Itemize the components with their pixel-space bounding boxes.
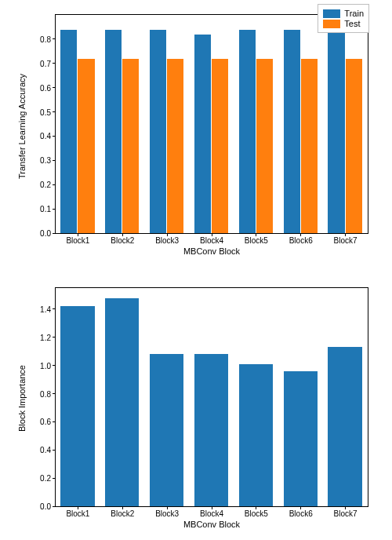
legend-swatch-test	[323, 20, 340, 28]
x-tick-label: Block4	[200, 236, 223, 245]
bar	[105, 298, 139, 506]
bar-train	[150, 30, 166, 233]
legend-label-test: Test	[344, 19, 360, 28]
top-chart-xlabel: MBConv Block	[55, 246, 368, 256]
x-tick-label: Block7	[334, 509, 358, 518]
y-tick-label: 0.7	[40, 59, 51, 68]
legend: Train Test	[318, 4, 369, 33]
x-tick-label: Block3	[155, 236, 179, 245]
bottom-chart-ylabel: Block Importance	[17, 365, 27, 432]
bar	[328, 347, 361, 506]
y-tick-label: 0.1	[40, 205, 51, 213]
bar	[60, 306, 94, 506]
bar-test	[301, 59, 318, 233]
bar	[150, 354, 183, 506]
bar-test	[78, 59, 94, 233]
x-tick-label: Block2	[111, 236, 134, 245]
legend-swatch-train	[323, 9, 340, 18]
figure: Train Test 0.00.10.20.30.40.50.60.70.8Bl…	[0, 0, 392, 540]
bar-test	[122, 59, 139, 233]
bar-test	[346, 59, 362, 233]
x-tick-label: Block2	[111, 509, 134, 518]
y-tick-label: 1.4	[40, 305, 51, 313]
bottom-chart-bars	[56, 288, 368, 506]
bar	[194, 354, 228, 506]
x-tick-label: Block1	[66, 236, 89, 245]
x-tick-label: Block4	[200, 509, 223, 518]
bar	[239, 364, 273, 506]
bar-train	[328, 30, 344, 233]
bar-train	[194, 35, 211, 233]
x-tick-label: Block1	[66, 509, 89, 518]
y-tick-label: 0.4	[40, 446, 51, 454]
y-tick-label: 0.0	[40, 229, 51, 238]
y-tick-label: 1.2	[40, 333, 51, 341]
bar-test	[167, 59, 183, 233]
x-tick-label: Block7	[334, 236, 358, 245]
y-tick-label: 0.0	[40, 502, 51, 511]
bottom-chart: 0.00.20.40.60.81.01.21.4Block1Block2Bloc…	[55, 287, 368, 507]
legend-label-train: Train	[344, 9, 364, 18]
legend-item-test: Test	[323, 19, 364, 28]
y-tick-label: 0.4	[40, 132, 51, 140]
x-tick-label: Block6	[289, 509, 313, 518]
y-tick-label: 0.6	[40, 83, 51, 92]
y-tick-label: 0.8	[40, 35, 51, 43]
top-chart-bars	[56, 15, 368, 233]
legend-item-train: Train	[323, 9, 364, 18]
y-tick-label: 0.6	[40, 418, 51, 426]
x-tick-label: Block5	[245, 509, 268, 518]
y-tick-label: 0.5	[40, 108, 51, 116]
bottom-chart-xlabel: MBConv Block	[55, 520, 368, 529]
y-tick-label: 0.8	[40, 389, 51, 398]
x-tick-label: Block6	[289, 236, 313, 245]
y-tick-label: 0.3	[40, 156, 51, 165]
x-tick-label: Block5	[245, 236, 268, 245]
x-tick-label: Block3	[155, 509, 179, 518]
bar-train	[284, 30, 300, 233]
top-chart-ylabel: Transfer Learning Accuracy	[17, 74, 27, 179]
y-tick-label: 0.2	[40, 181, 51, 189]
bar-train	[60, 30, 77, 233]
bar-train	[105, 30, 122, 233]
bar-test	[256, 59, 273, 233]
top-chart: Train Test 0.00.10.20.30.40.50.60.70.8Bl…	[55, 14, 368, 234]
bar	[284, 371, 318, 506]
y-tick-label: 1.0	[40, 361, 51, 370]
bar-train	[239, 30, 256, 233]
bar-test	[212, 59, 228, 233]
y-tick-label: 0.2	[40, 474, 51, 483]
